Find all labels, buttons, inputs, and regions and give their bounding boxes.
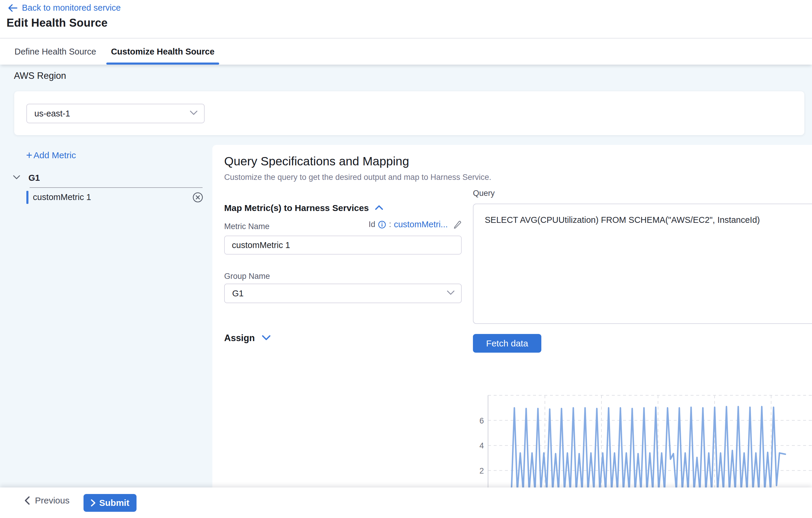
- back-link-label: Back to monitored service: [22, 3, 121, 13]
- chevron-down-icon: [13, 175, 20, 181]
- metric-group-row[interactable]: G1: [13, 173, 40, 183]
- add-metric-label: Add Metric: [33, 150, 76, 160]
- chevron-up-icon: [375, 205, 383, 210]
- tab-label: Customize Health Source: [111, 47, 215, 57]
- add-metric-button[interactable]: + Add Metric: [26, 150, 76, 160]
- content-area: AWS Region us-east-1 + Add Metric G1 cus…: [0, 64, 812, 488]
- footer-bar: Previous Submit: [0, 488, 812, 518]
- query-label: Query: [473, 189, 495, 198]
- metric-list-item[interactable]: customMetric 1: [0, 190, 211, 205]
- circled-x-icon: [193, 192, 203, 203]
- chevron-down-icon: [447, 291, 455, 296]
- aws-region-select[interactable]: us-east-1: [26, 104, 205, 123]
- metric-item-label: customMetric 1: [33, 192, 91, 202]
- map-metrics-section-title: Map Metric(s) to Harness Services: [224, 203, 369, 213]
- svg-text:2: 2: [480, 466, 484, 475]
- previous-button[interactable]: Previous: [23, 495, 71, 506]
- svg-text:6: 6: [480, 416, 484, 425]
- group-name-select[interactable]: G1: [224, 283, 462, 303]
- id-separator: :: [389, 220, 391, 229]
- metric-name-input[interactable]: [224, 236, 462, 254]
- edit-id-button[interactable]: [453, 220, 462, 229]
- active-tab-underline: [106, 62, 220, 64]
- chevron-down-icon: [262, 335, 271, 340]
- id-label: Id: [369, 220, 376, 229]
- submit-button[interactable]: Submit: [84, 494, 137, 512]
- group-name-label: Group Name: [224, 272, 270, 281]
- query-editor[interactable]: SELECT AVG(CPUUtilization) FROM SCHEMA("…: [484, 213, 812, 316]
- fetch-data-button[interactable]: Fetch data: [473, 334, 541, 353]
- info-icon[interactable]: [378, 220, 386, 229]
- page-title: Edit Health Source: [6, 17, 108, 29]
- panel-heading: Query Specifications and Mapping: [224, 155, 409, 168]
- query-result-chart: 246: [473, 391, 812, 488]
- group-name-selected-value: G1: [225, 289, 244, 298]
- tab-label: Define Health Source: [14, 47, 96, 57]
- tab-define-health-source[interactable]: Define Health Source: [14, 38, 97, 64]
- aws-region-card: us-east-1: [14, 91, 804, 135]
- svg-text:4: 4: [480, 441, 484, 450]
- pencil-icon: [453, 220, 462, 229]
- chevron-left-icon: [24, 496, 30, 505]
- query-editor-container: SELECT AVG(CPUUtilization) FROM SCHEMA("…: [473, 203, 812, 324]
- selected-metric-indicator: [26, 191, 28, 204]
- expand-assign-toggle[interactable]: [262, 335, 271, 342]
- panel-subheading: Customize the query to get the desired o…: [224, 173, 491, 182]
- previous-button-label: Previous: [35, 495, 69, 506]
- submit-button-label: Submit: [99, 498, 129, 508]
- assign-section-title: Assign: [224, 333, 255, 344]
- metric-id-row: Id : customMetri...: [224, 220, 462, 229]
- metric-id-value[interactable]: customMetri...: [394, 220, 448, 229]
- aws-region-selected-value: us-east-1: [27, 109, 70, 118]
- back-link[interactable]: Back to monitored service: [8, 3, 121, 13]
- delete-metric-button[interactable]: [193, 192, 203, 203]
- arrow-left-icon: [8, 4, 18, 12]
- plus-icon: +: [26, 151, 32, 160]
- group-divider: [30, 187, 203, 188]
- tab-bar: Define Health Source Customize Health So…: [0, 38, 812, 64]
- chevron-down-icon: [190, 111, 198, 116]
- chevron-right-icon: [91, 499, 96, 507]
- aws-region-label: AWS Region: [14, 71, 66, 81]
- page-header: Back to monitored service Edit Health So…: [0, 0, 812, 38]
- tab-customize-health-source[interactable]: Customize Health Source: [106, 38, 220, 64]
- metric-group-label: G1: [28, 173, 40, 183]
- collapse-section-toggle[interactable]: [375, 205, 383, 211]
- query-specifications-panel: Query Specifications and Mapping Customi…: [212, 145, 812, 488]
